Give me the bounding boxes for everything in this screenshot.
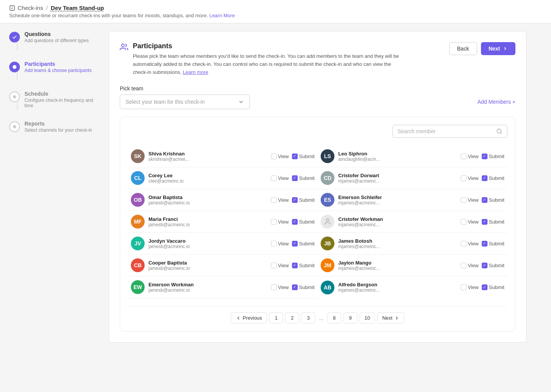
search-icon <box>496 128 502 134</box>
view-checkbox[interactable] <box>271 284 277 290</box>
view-checkbox-label[interactable]: View <box>271 219 289 225</box>
submit-checkbox[interactable] <box>482 284 487 290</box>
avatar: EW <box>131 280 145 294</box>
submit-checkbox-label[interactable]: Submit <box>482 197 504 203</box>
submit-checkbox-label[interactable]: Submit <box>292 263 315 268</box>
submit-checkbox-label[interactable]: Submit <box>292 197 315 203</box>
submit-checkbox-label[interactable]: Submit <box>292 154 315 159</box>
view-checkbox[interactable] <box>271 263 277 268</box>
view-checkbox[interactable] <box>461 263 466 268</box>
view-checkbox-label[interactable]: View <box>461 219 479 225</box>
team-select-dropdown[interactable]: Select your team for this check-in <box>120 95 250 109</box>
view-checkbox-label[interactable]: View <box>461 197 479 203</box>
back-button[interactable]: Back <box>449 42 477 55</box>
page-2-button[interactable]: 2 <box>285 312 299 323</box>
next-arrow-icon <box>502 46 508 51</box>
submit-checkbox-label[interactable]: Submit <box>292 284 315 290</box>
submit-checkbox-label[interactable]: Submit <box>482 284 504 290</box>
view-checkbox-label[interactable]: View <box>271 154 289 159</box>
participants-container: SKShiva Krishnanskrishnan@acmei...ViewSu… <box>120 117 515 332</box>
page-8-button[interactable]: 8 <box>328 312 341 323</box>
submit-checkbox[interactable] <box>292 241 298 247</box>
member-name: Shiva Krishnan <box>148 151 267 157</box>
sidebar-item-reports[interactable]: Reports Select channels for your check-i… <box>9 121 101 133</box>
submit-checkbox-label[interactable]: Submit <box>292 219 315 225</box>
member-row: SKShiva Krishnanskrishnan@acmei...ViewSu… <box>128 145 318 167</box>
member-row: CLCorey Leeclee@acmeinc.ioViewSubmit <box>128 167 318 189</box>
submit-checkbox-label[interactable]: Submit <box>292 241 315 247</box>
step-icon-questions <box>9 32 20 42</box>
view-checkbox-label[interactable]: View <box>461 241 479 247</box>
top-bar: Check-ins / Dev Team Stand-up Schedule o… <box>0 0 551 23</box>
avatar: AB <box>321 281 334 294</box>
subtitle-text: Schedule one-time or recurrant check-ins… <box>9 13 208 18</box>
next-button[interactable]: Next <box>481 42 515 55</box>
view-checkbox-label[interactable]: View <box>461 263 479 268</box>
add-members-link[interactable]: Add Members + <box>478 99 515 105</box>
view-checkbox[interactable] <box>271 241 277 247</box>
learn-more-link[interactable]: Learn More <box>209 13 235 18</box>
submit-checkbox[interactable] <box>292 154 298 159</box>
member-email: mjames@acmeinc... <box>338 244 457 249</box>
page-1-button[interactable]: 1 <box>269 312 283 323</box>
submit-checkbox[interactable] <box>482 219 487 225</box>
previous-button[interactable]: Previous <box>231 312 267 323</box>
view-checkbox[interactable] <box>461 197 466 203</box>
sidebar-item-questions[interactable]: Questions Add questions of different typ… <box>9 31 101 52</box>
member-name: Emerson Schleifer <box>338 194 457 200</box>
submit-checkbox-label[interactable]: Submit <box>482 263 504 268</box>
submit-checkbox-label[interactable]: Submit <box>482 241 504 247</box>
view-checkbox-label[interactable]: View <box>271 175 289 181</box>
submit-checkbox-label[interactable]: Submit <box>482 175 504 181</box>
learn-more-content-link[interactable]: Learn more <box>183 69 208 75</box>
submit-checkbox[interactable] <box>482 241 487 247</box>
view-checkbox-label[interactable]: View <box>271 197 289 203</box>
submit-checkbox[interactable] <box>292 175 298 181</box>
view-checkbox[interactable] <box>461 284 466 290</box>
submit-checkbox[interactable] <box>482 197 487 203</box>
member-name: Corey Lee <box>148 173 267 178</box>
submit-checkbox[interactable] <box>482 175 487 181</box>
content-desc: Please pick the team whose members you'd… <box>133 52 401 76</box>
step-content-schedule: Schedule Configure check-in frequency an… <box>24 91 101 108</box>
view-checkbox[interactable] <box>271 154 277 159</box>
page-3-button[interactable]: 3 <box>302 312 315 323</box>
view-checkbox[interactable] <box>461 154 466 159</box>
sidebar-item-participants[interactable]: Participants Add teams & choose particip… <box>9 61 101 82</box>
next-page-button[interactable]: Next <box>377 312 404 323</box>
submit-checkbox[interactable] <box>292 284 298 290</box>
step-sub-schedule: Configure check-in frequency and time <box>24 98 101 108</box>
member-row: JBJames Botoshmjames@acmeinc...ViewSubmi… <box>318 233 507 255</box>
view-checkbox[interactable] <box>461 175 466 181</box>
member-name: Omar Baptista <box>148 194 267 200</box>
avatar: CD <box>321 171 334 185</box>
arrow-left-icon <box>236 315 241 321</box>
view-checkbox-label[interactable]: View <box>461 175 479 181</box>
member-name: Cristofer Dorwart <box>338 173 457 178</box>
submit-checkbox[interactable] <box>482 263 487 268</box>
page-10-button[interactable]: 10 <box>360 312 375 323</box>
search-input[interactable] <box>398 128 493 134</box>
view-checkbox-label[interactable]: View <box>461 284 479 290</box>
content-text: Participants Please pick the team whose … <box>133 42 401 76</box>
submit-checkbox-label[interactable]: Submit <box>292 175 315 181</box>
view-checkbox-label[interactable]: View <box>271 263 289 268</box>
view-checkbox-label[interactable]: View <box>271 241 289 247</box>
view-checkbox[interactable] <box>461 219 466 225</box>
view-checkbox[interactable] <box>271 219 277 225</box>
view-checkbox-label[interactable]: View <box>271 284 289 290</box>
submit-checkbox[interactable] <box>292 263 298 268</box>
content-desc-text: Please pick the team whose members you'd… <box>133 53 399 75</box>
view-checkbox[interactable] <box>461 241 466 247</box>
view-checkbox-label[interactable]: View <box>461 154 479 159</box>
step-sub-participants: Add teams & choose participants <box>24 68 91 73</box>
sidebar-item-schedule[interactable]: Schedule Configure check-in frequency an… <box>9 91 101 111</box>
submit-checkbox-label[interactable]: Submit <box>482 154 504 159</box>
submit-checkbox[interactable] <box>292 219 298 225</box>
submit-checkbox[interactable] <box>292 197 298 203</box>
page-9-button[interactable]: 9 <box>344 312 357 323</box>
submit-checkbox-label[interactable]: Submit <box>482 219 504 225</box>
submit-checkbox[interactable] <box>482 154 487 159</box>
view-checkbox[interactable] <box>271 175 277 181</box>
view-checkbox[interactable] <box>271 197 277 203</box>
